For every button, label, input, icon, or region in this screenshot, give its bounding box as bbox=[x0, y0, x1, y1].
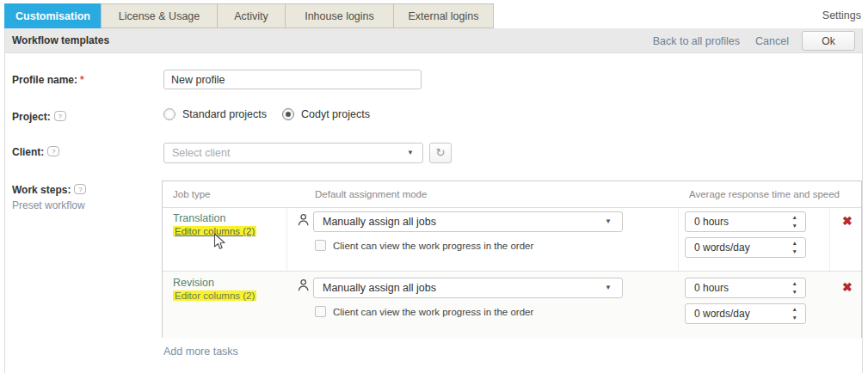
table-header-row: Job type Default assignment mode Average… bbox=[163, 181, 861, 208]
work-steps-label: Work steps:? bbox=[12, 184, 86, 196]
assignment-mode-value: Manually assign all jobs bbox=[323, 212, 436, 231]
chevron-down-icon: ▼ bbox=[407, 144, 414, 162]
help-icon[interactable]: ? bbox=[54, 111, 66, 121]
project-radio-group: Standard projects Codyt projects bbox=[163, 108, 385, 120]
refresh-icon: ↻ bbox=[436, 146, 446, 159]
required-asterisk: * bbox=[80, 74, 84, 86]
tab-bar: Customisation License & Usage Activity I… bbox=[4, 3, 494, 28]
speed-value: 0 words/day bbox=[694, 238, 750, 257]
client-view-checkbox-row: Client can view the work progress in the… bbox=[315, 240, 533, 251]
tab-inhouse-logins[interactable]: Inhouse logins bbox=[285, 3, 394, 28]
client-view-checkbox-row: Client can view the work progress in the… bbox=[315, 306, 533, 317]
work-steps-label-text: Work steps: bbox=[12, 184, 71, 196]
speed-spinner[interactable]: 0 words/day ▲▼ bbox=[685, 303, 806, 324]
cancel-link[interactable]: Cancel bbox=[755, 35, 789, 47]
codyt-projects-label[interactable]: Codyt projects bbox=[301, 108, 370, 120]
chevron-down-icon: ▼ bbox=[605, 278, 612, 297]
standard-projects-radio[interactable] bbox=[163, 108, 175, 120]
client-view-checkbox[interactable] bbox=[315, 240, 326, 251]
table-row-translation: Translation Editor columns (2) Manually … bbox=[163, 208, 861, 271]
profile-name-input[interactable] bbox=[163, 70, 422, 89]
spinner-up-icon[interactable]: ▲ bbox=[792, 213, 797, 222]
assignment-mode-select[interactable]: Manually assign all jobs ▼ bbox=[313, 278, 623, 298]
hours-spinner[interactable]: 0 hours ▲▼ bbox=[685, 211, 806, 232]
assignment-mode-value: Manually assign all jobs bbox=[323, 278, 436, 297]
client-select-placeholder: Select client bbox=[172, 144, 230, 162]
work-steps-table: Job type Default assignment mode Average… bbox=[162, 180, 862, 338]
section-header: Workflow templates Back to all profiles … bbox=[4, 28, 863, 53]
help-icon[interactable]: ? bbox=[47, 146, 59, 156]
col-header-job-type: Job type bbox=[173, 181, 210, 208]
spinner-up-icon[interactable]: ▲ bbox=[792, 239, 797, 248]
hours-value: 0 hours bbox=[694, 212, 729, 231]
header-actions: Back to all profiles Cancel Ok bbox=[637, 28, 855, 53]
spinner-down-icon[interactable]: ▼ bbox=[792, 222, 797, 230]
standard-projects-label[interactable]: Standard projects bbox=[182, 108, 267, 120]
client-label-text: Client: bbox=[12, 146, 44, 158]
spinner-up-icon[interactable]: ▲ bbox=[792, 279, 797, 288]
spinner-down-icon[interactable]: ▼ bbox=[792, 314, 797, 322]
client-view-checkbox-label[interactable]: Client can view the work progress in the… bbox=[333, 307, 533, 317]
chevron-down-icon: ▼ bbox=[605, 212, 612, 231]
speed-spinner[interactable]: 0 words/day ▲▼ bbox=[685, 237, 806, 258]
page-title: Workflow templates bbox=[12, 28, 109, 53]
project-label: Project:? bbox=[12, 111, 66, 123]
settings-page: Customisation License & Usage Activity I… bbox=[0, 0, 868, 373]
settings-label: Settings bbox=[822, 9, 861, 21]
panel-right-border bbox=[862, 28, 863, 373]
job-type-name: Translation bbox=[173, 212, 225, 224]
client-view-checkbox[interactable] bbox=[315, 306, 326, 317]
assignment-mode-select[interactable]: Manually assign all jobs ▼ bbox=[313, 211, 623, 232]
panel-left-border bbox=[4, 28, 5, 373]
person-icon[interactable] bbox=[297, 213, 310, 230]
project-label-text: Project: bbox=[12, 111, 51, 123]
help-icon[interactable]: ? bbox=[74, 184, 86, 194]
add-more-tasks-link[interactable]: Add more tasks bbox=[163, 345, 238, 358]
editor-columns-link[interactable]: Editor columns (2) bbox=[173, 226, 256, 236]
spinner-down-icon[interactable]: ▼ bbox=[792, 248, 797, 256]
preset-workflow-link[interactable]: Preset workflow bbox=[12, 199, 85, 211]
spinner-down-icon[interactable]: ▼ bbox=[792, 288, 797, 297]
editor-columns-link[interactable]: Editor columns (2) bbox=[173, 290, 256, 301]
refresh-client-button[interactable]: ↻ bbox=[429, 143, 452, 163]
client-view-checkbox-label[interactable]: Client can view the work progress in the… bbox=[333, 241, 533, 251]
tab-license-usage[interactable]: License & Usage bbox=[101, 3, 218, 28]
hours-spinner[interactable]: 0 hours ▲▼ bbox=[685, 278, 806, 298]
speed-value: 0 words/day bbox=[694, 304, 750, 323]
back-to-all-profiles-link[interactable]: Back to all profiles bbox=[653, 35, 740, 47]
delete-row-icon[interactable]: ✖ bbox=[842, 214, 853, 228]
codyt-projects-radio[interactable] bbox=[282, 108, 294, 120]
client-select[interactable]: Select client ▼ bbox=[163, 143, 423, 163]
ok-button[interactable]: Ok bbox=[802, 31, 855, 51]
person-icon[interactable] bbox=[297, 278, 310, 296]
tab-customisation[interactable]: Customisation bbox=[4, 3, 102, 28]
profile-name-label: Profile name:* bbox=[12, 74, 84, 86]
col-header-response: Average response time and speed bbox=[689, 181, 840, 208]
hours-value: 0 hours bbox=[694, 278, 729, 297]
job-type-name: Revision bbox=[173, 277, 214, 289]
table-row-revision: Revision Editor columns (2) Manually ass… bbox=[163, 271, 861, 339]
spinner-up-icon[interactable]: ▲ bbox=[792, 305, 797, 314]
client-label: Client:? bbox=[12, 146, 59, 158]
tab-activity[interactable]: Activity bbox=[217, 3, 286, 28]
col-header-assignment: Default assignment mode bbox=[315, 181, 427, 208]
delete-row-icon[interactable]: ✖ bbox=[842, 280, 853, 294]
profile-name-label-text: Profile name: bbox=[12, 74, 77, 86]
tab-external-logins[interactable]: External logins bbox=[393, 3, 494, 28]
